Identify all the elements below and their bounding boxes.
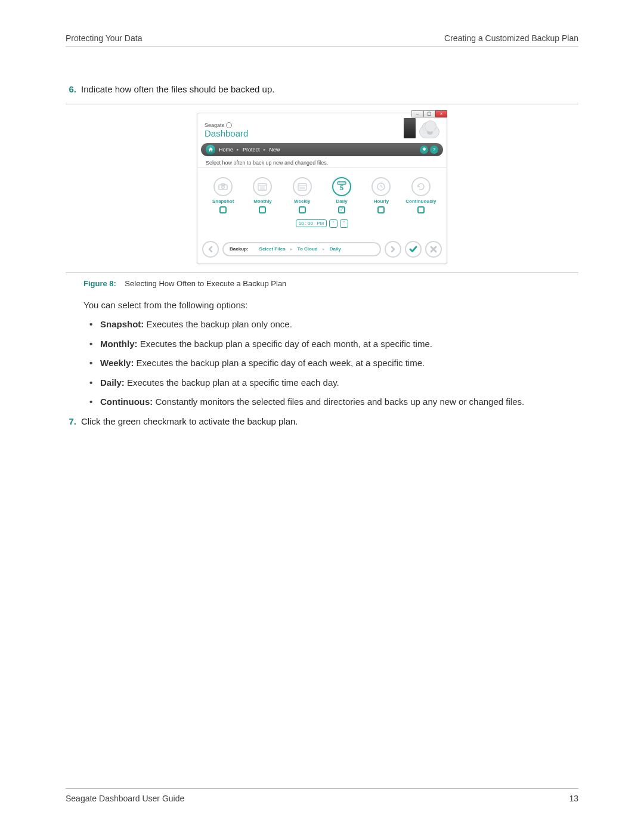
- footer-page-number: 13: [569, 794, 578, 803]
- time-sep: :: [305, 221, 306, 226]
- freq-monthly-checkbox[interactable]: [259, 206, 266, 213]
- time-display[interactable]: 10 : 00 PM: [296, 219, 327, 227]
- calendar-month-icon: [253, 177, 272, 196]
- freq-hourly[interactable]: Hourly: [364, 177, 398, 213]
- wizard-steps-pill: Backup: Select Files ▸ To Cloud ▸ Daily: [222, 242, 381, 256]
- breadcrumb-protect[interactable]: Protect: [243, 147, 260, 153]
- prev-button[interactable]: [202, 241, 219, 258]
- option-daily: Daily: Executes the backup plan at a spe…: [83, 376, 578, 390]
- calendar-day-number: 5: [340, 185, 343, 191]
- window-titlebar: – ▢ ×: [411, 110, 447, 117]
- freq-daily-label: Daily: [336, 199, 348, 204]
- divider: [66, 104, 578, 104]
- option-daily-desc: Executes the backup plan at a specific t…: [125, 377, 339, 388]
- freq-daily[interactable]: 5 Daily ✓: [325, 177, 358, 213]
- option-snapshot: Snapshot: Executes the backup plan only …: [83, 318, 578, 332]
- breadcrumb-home[interactable]: Home: [219, 147, 233, 153]
- calendar-day-icon: 5: [332, 177, 351, 196]
- brand-subtitle: Dashboard: [205, 128, 248, 138]
- home-icon[interactable]: [206, 145, 215, 154]
- freq-daily-checkbox[interactable]: ✓: [338, 206, 345, 213]
- freq-snapshot[interactable]: Snapshot: [206, 177, 240, 213]
- freq-snapshot-label: Snapshot: [212, 199, 234, 204]
- wizard-bottom-bar: Backup: Select Files ▸ To Cloud ▸ Daily: [197, 237, 447, 264]
- freq-snapshot-checkbox[interactable]: [219, 206, 227, 213]
- drive-icon[interactable]: [404, 118, 416, 138]
- freq-hourly-checkbox[interactable]: [377, 206, 385, 213]
- option-weekly-name: Weekly:: [100, 358, 134, 368]
- header-right: Creating a Customized Backup Plan: [444, 33, 578, 43]
- frequency-options: Snapshot Monthly Weekly: [197, 168, 447, 216]
- pill-step-2[interactable]: To Cloud: [293, 246, 323, 252]
- pill-label: Backup:: [224, 246, 255, 252]
- time-down-button[interactable]: ˅: [340, 219, 348, 228]
- option-daily-name: Daily:: [100, 377, 125, 388]
- freq-weekly[interactable]: Weekly: [286, 177, 319, 213]
- option-continuous-name: Continuous:: [100, 397, 153, 407]
- freq-weekly-checkbox[interactable]: [299, 206, 306, 213]
- maximize-button[interactable]: ▢: [423, 110, 435, 117]
- step-6-text: Indicate how often the files should be b…: [81, 83, 578, 97]
- options-list: Snapshot: Executes the backup plan only …: [66, 318, 578, 409]
- close-button[interactable]: ×: [435, 110, 447, 117]
- svg-line-17: [381, 187, 383, 188]
- step-6: 6. Indicate how often the files should b…: [66, 83, 578, 97]
- time-ampm: PM: [317, 221, 324, 226]
- chevron-right-icon: ▸: [264, 147, 266, 152]
- refresh-icon: [411, 177, 431, 196]
- minimize-button[interactable]: –: [411, 110, 423, 117]
- option-monthly-name: Monthly:: [100, 339, 137, 349]
- freq-continuously-checkbox[interactable]: [417, 206, 425, 213]
- settings-icon[interactable]: ✱: [420, 145, 428, 154]
- cancel-button[interactable]: [425, 241, 442, 258]
- freq-weekly-label: Weekly: [294, 199, 310, 204]
- confirm-button[interactable]: [405, 241, 422, 258]
- figure-label: Figure 8:: [83, 279, 116, 288]
- option-snapshot-desc: Executes the backup plan only once.: [144, 319, 292, 329]
- pill-step-3[interactable]: Daily: [325, 246, 346, 252]
- option-continuous: Continuous: Constantly monitors the sele…: [83, 395, 578, 409]
- freq-hourly-label: Hourly: [374, 199, 389, 204]
- option-monthly: Monthly: Executes the backup plan a spec…: [83, 337, 578, 351]
- step-7-number: 7.: [66, 415, 76, 429]
- divider: [66, 272, 578, 273]
- option-weekly: Weekly: Executes the backup plan a speci…: [83, 357, 578, 370]
- pill-step-1[interactable]: Select Files: [255, 246, 290, 252]
- instruction-text: Select how often to back up new and chan…: [197, 156, 447, 168]
- camera-icon: [213, 177, 233, 196]
- freq-monthly[interactable]: Monthly: [246, 177, 279, 213]
- help-icon[interactable]: ?: [430, 145, 438, 154]
- clock-icon: [371, 177, 391, 196]
- freq-continuously-label: Continuously: [405, 199, 436, 204]
- option-continuous-desc: Constantly monitors the selected files a…: [153, 397, 524, 407]
- options-intro: You can select from the following option…: [66, 299, 578, 312]
- next-button[interactable]: [385, 241, 401, 258]
- page-footer: Seagate Dashboard User Guide 13: [66, 788, 578, 803]
- step-7-text: Click the green checkmark to activate th…: [81, 415, 578, 429]
- time-hour: 10: [299, 221, 304, 226]
- seagate-logo-icon: [226, 122, 232, 128]
- footer-left: Seagate Dashboard User Guide: [66, 794, 184, 803]
- calendar-week-icon: [293, 177, 312, 196]
- figure-caption-text: Selecting How Often to Execute a Backup …: [125, 279, 286, 288]
- time-picker: 10 : 00 PM ˄ ˅: [197, 216, 447, 237]
- option-weekly-desc: Executes the backup plan a specific day …: [134, 358, 425, 368]
- freq-monthly-label: Monthly: [253, 199, 272, 204]
- svg-point-2: [222, 185, 224, 188]
- chevron-right-icon: ▸: [237, 147, 239, 152]
- breadcrumb-new[interactable]: New: [270, 147, 280, 153]
- figure-caption: Figure 8: Selecting How Often to Execute…: [66, 279, 578, 288]
- breadcrumb: Home ▸ Protect ▸ New ✱ ?: [201, 143, 443, 156]
- brand-name-text: Seagate: [205, 122, 225, 128]
- option-monthly-desc: Executes the backup plan a specific day …: [137, 339, 432, 349]
- option-snapshot-name: Snapshot:: [100, 319, 144, 329]
- cloud-icon[interactable]: [419, 125, 439, 138]
- page-header: Protecting Your Data Creating a Customiz…: [66, 33, 578, 47]
- step-7: 7. Click the green checkmark to activate…: [66, 415, 578, 429]
- step-6-number: 6.: [66, 83, 76, 97]
- freq-continuously[interactable]: Continuously: [404, 177, 438, 213]
- seagate-dashboard-window: – ▢ × Seagate Dashboard: [197, 113, 447, 264]
- header-left: Protecting Your Data: [66, 33, 142, 43]
- time-minute: 00: [308, 221, 313, 226]
- time-up-button[interactable]: ˄: [329, 219, 338, 228]
